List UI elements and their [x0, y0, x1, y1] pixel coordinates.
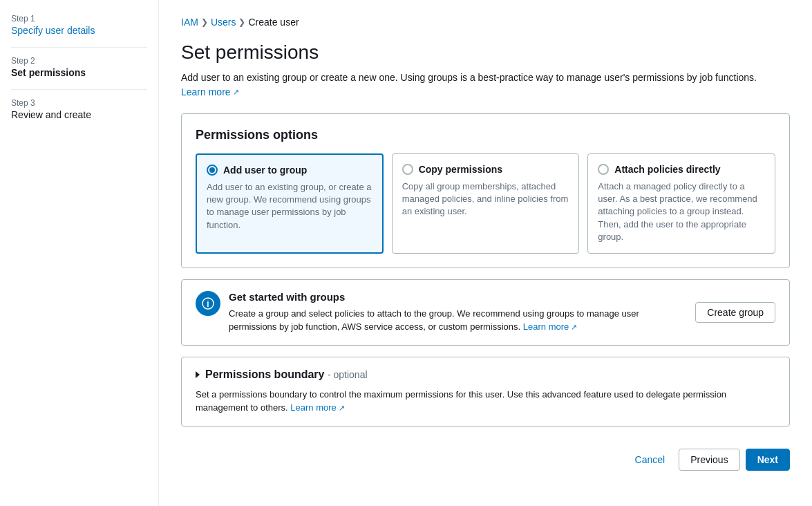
sidebar-step-1-label: Step 1 [11, 14, 147, 24]
option-copy-title: Copy permissions [419, 164, 502, 175]
option-attach-policies[interactable]: Attach policies directly Attach a manage… [587, 153, 775, 254]
svg-text:i: i [207, 299, 209, 308]
radio-copy-permissions[interactable] [402, 164, 413, 175]
breadcrumb-iam[interactable]: IAM [181, 17, 198, 28]
get-started-external-icon: ↗ [571, 321, 577, 333]
sidebar-divider-2 [11, 89, 147, 90]
option-copy-desc: Copy all group memberships, attached man… [402, 180, 569, 218]
permissions-boundary-optional: - optional [328, 369, 368, 380]
cancel-button[interactable]: Cancel [627, 450, 674, 469]
sidebar-step-2-name: Set permissions [11, 67, 147, 78]
create-group-button[interactable]: Create group [695, 302, 775, 323]
previous-button[interactable]: Previous [679, 449, 739, 471]
sidebar-step-3-label: Step 3 [11, 98, 147, 108]
page-title: Set permissions [181, 41, 790, 64]
sidebar-step-1: Step 1 Specify user details [11, 14, 147, 36]
permissions-boundary-desc: Set a permissions boundary to control th… [196, 388, 775, 415]
options-grid: Add user to group Add user to an existin… [196, 153, 775, 254]
info-icon: i [196, 291, 220, 316]
sidebar-step-3: Step 3 Review and create [11, 98, 147, 120]
permissions-boundary-title: Permissions boundary - optional [205, 368, 368, 381]
sidebar-step-2-label: Step 2 [11, 56, 147, 66]
get-started-title: Get started with groups [229, 291, 687, 303]
breadcrumb: IAM ❯ Users ❯ Create user [181, 17, 790, 28]
permissions-boundary-card: Permissions boundary - optional Set a pe… [181, 357, 790, 427]
sidebar-step-3-name: Review and create [11, 109, 147, 120]
permissions-boundary-toggle[interactable] [196, 371, 200, 378]
sidebar: Step 1 Specify user details Step 2 Set p… [0, 0, 159, 506]
pb-external-icon: ↗ [339, 402, 345, 414]
permissions-options-title: Permissions options [196, 128, 775, 142]
sidebar-step-2: Step 2 Set permissions [11, 56, 147, 78]
next-button[interactable]: Next [746, 449, 790, 471]
page-description: Add user to an existing group or create … [181, 71, 790, 100]
get-started-desc: Create a group and select policies to at… [229, 307, 687, 334]
external-link-icon: ↗ [233, 86, 239, 98]
radio-add-user-to-group[interactable] [207, 165, 218, 176]
main-content: IAM ❯ Users ❯ Create user Set permission… [159, 0, 812, 506]
get-started-content: Get started with groups Create a group a… [229, 291, 687, 334]
breadcrumb-users[interactable]: Users [211, 17, 236, 28]
get-started-card: i Get started with groups Create a group… [181, 279, 790, 346]
option-attach-title: Attach policies directly [614, 164, 720, 175]
option-add-user-title: Add user to group [223, 165, 307, 176]
option-add-user-desc: Add user to an existing group, or create… [207, 181, 372, 232]
breadcrumb-chevron-1: ❯ [201, 17, 208, 27]
page-learn-more-link[interactable]: Learn more ↗ [181, 85, 239, 100]
option-add-user-to-group[interactable]: Add user to group Add user to an existin… [196, 153, 384, 254]
option-copy-permissions[interactable]: Copy permissions Copy all group membersh… [392, 153, 580, 254]
get-started-learn-more[interactable]: Learn more ↗ [523, 320, 577, 334]
sidebar-divider-1 [11, 47, 147, 48]
permissions-options-card: Permissions options Add user to group Ad… [181, 113, 790, 268]
option-attach-desc: Attach a managed policy directly to a us… [598, 180, 765, 243]
breadcrumb-chevron-2: ❯ [238, 17, 245, 27]
permissions-boundary-learn-more[interactable]: Learn more ↗ [290, 401, 344, 415]
sidebar-step-1-name[interactable]: Specify user details [11, 25, 95, 36]
breadcrumb-current: Create user [248, 17, 299, 28]
radio-attach-policies[interactable] [598, 164, 609, 175]
footer-actions: Cancel Previous Next [181, 438, 790, 482]
